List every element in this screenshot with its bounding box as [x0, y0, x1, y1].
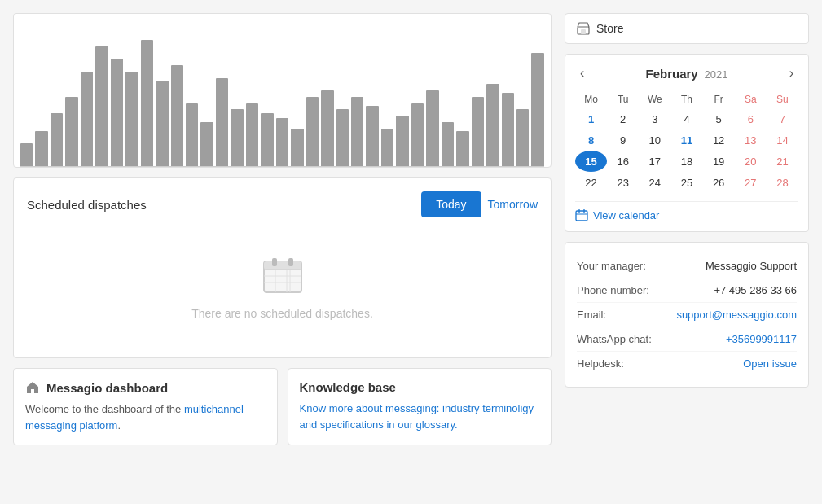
chart-bar	[156, 81, 168, 166]
chart-bar	[306, 97, 319, 166]
chart-bar	[261, 113, 273, 166]
calendar-year: 2021	[705, 68, 728, 81]
chart-bar	[20, 143, 33, 166]
knowledge-card: Knowledge base Know more about messaging…	[288, 368, 552, 445]
support-email-link[interactable]: support@messaggio.com	[676, 309, 797, 321]
chart-card	[13, 13, 552, 168]
calendar-next-button[interactable]: ›	[785, 64, 798, 82]
calendar-day[interactable]: 12	[703, 129, 735, 151]
chart-bar	[111, 59, 123, 166]
calendar-day[interactable]: 8	[575, 129, 607, 151]
today-button[interactable]: Today	[421, 191, 481, 217]
calendar-day[interactable]: 9	[607, 129, 639, 151]
chart-bar	[472, 97, 484, 166]
knowledge-card-title: Knowledge base	[300, 380, 540, 394]
calendar-day[interactable]: 15	[575, 151, 607, 172]
calendar-day[interactable]: 10	[639, 129, 670, 151]
chart-bar	[81, 72, 93, 166]
chart-bar	[95, 46, 108, 166]
chart-bar	[531, 53, 543, 167]
svg-rect-8	[272, 258, 277, 266]
calendar-day[interactable]: 13	[735, 129, 767, 151]
support-label-whatsapp: WhatsApp chat:	[577, 333, 652, 345]
chart-bar	[231, 109, 243, 166]
calendar-day[interactable]: 16	[607, 151, 639, 172]
calendar-week-row: 1234567	[575, 108, 798, 129]
calendar-day[interactable]: 2	[607, 108, 639, 129]
cal-header-tu: Tu	[607, 90, 639, 108]
calendar-day[interactable]: 21	[767, 151, 798, 172]
calendar-day[interactable]: 1	[575, 108, 607, 129]
calendar-week-row: 22232425262728	[575, 172, 798, 193]
calendar-prev-button[interactable]: ‹	[575, 64, 589, 82]
chart-bar	[35, 131, 47, 166]
store-card[interactable]: Store	[565, 13, 809, 44]
calendar-month-year: February 2021	[645, 67, 727, 81]
cal-header-th: Th	[670, 90, 702, 108]
calendar-day[interactable]: 20	[735, 151, 767, 172]
calendar-day[interactable]: 22	[575, 172, 607, 193]
chart-bar	[381, 129, 393, 167]
bar-chart	[20, 37, 544, 167]
calendar-card: ‹ February 2021 › Mo Tu We Th Fr Sa	[565, 54, 809, 232]
chart-bar	[186, 103, 198, 167]
chart-bar	[291, 129, 303, 167]
calendar-day[interactable]: 19	[703, 151, 735, 172]
cal-header-sa: Sa	[735, 90, 767, 108]
chart-bar	[216, 78, 228, 167]
support-row-helpdesk: Helpdesk: Open issue	[577, 352, 797, 375]
calendar-day[interactable]: 26	[703, 172, 735, 193]
support-label-helpdesk: Helpdesk:	[577, 357, 624, 370]
view-calendar-link[interactable]: View calendar	[575, 201, 798, 221]
bottom-cards: Messagio dashboard Welcome to the dashbo…	[13, 368, 552, 445]
chart-bar	[171, 65, 183, 166]
svg-rect-11	[581, 29, 586, 34]
calendar-day[interactable]: 28	[767, 172, 798, 193]
support-row-email: Email: support@messaggio.com	[577, 303, 797, 327]
empty-dispatch-text: There are no scheduled dispatches.	[191, 307, 373, 320]
calendar-day[interactable]: 11	[670, 129, 702, 151]
chart-bar	[51, 113, 63, 166]
chart-bar	[276, 118, 288, 166]
dashboard-text-plain: Welcome to the dashboard of the	[25, 403, 184, 415]
support-row-whatsapp: WhatsApp chat: +35699991117	[577, 327, 797, 352]
home-icon	[25, 380, 40, 395]
calendar-day[interactable]: 14	[767, 129, 798, 151]
calendar-day[interactable]: 24	[639, 172, 670, 193]
calendar-day[interactable]: 7	[767, 108, 798, 129]
calendar-day[interactable]: 25	[670, 172, 702, 193]
calendar-days-header: Mo Tu We Th Fr Sa Su	[575, 90, 798, 108]
calendar-day[interactable]: 17	[639, 151, 670, 172]
calendar-body: 1234567891011121314151617181920212223242…	[575, 108, 798, 193]
svg-rect-9	[288, 258, 293, 266]
calendar-day[interactable]: 27	[735, 172, 767, 193]
support-helpdesk-link[interactable]: Open issue	[743, 357, 797, 370]
store-label: Store	[596, 22, 623, 35]
calendar-day[interactable]: 23	[607, 172, 639, 193]
chart-bar	[321, 90, 333, 166]
support-label-manager: Your manager:	[577, 260, 646, 272]
chart-bar	[396, 116, 408, 166]
calendar-day[interactable]: 3	[639, 108, 670, 129]
calendar-day[interactable]: 5	[703, 108, 735, 129]
empty-calendar-icon	[261, 255, 305, 299]
dashboard-card: Messagio dashboard Welcome to the dashbo…	[13, 368, 278, 445]
calendar-day[interactable]: 4	[670, 108, 702, 129]
calendar-day[interactable]: 6	[735, 108, 767, 129]
svg-rect-1	[264, 261, 301, 270]
chart-bar	[65, 97, 77, 166]
dashboard-card-title: Messagio dashboard	[25, 380, 266, 395]
support-label-email: Email:	[577, 309, 606, 321]
calendar-day[interactable]: 18	[670, 151, 702, 172]
calendar-month: February	[645, 67, 697, 81]
support-whatsapp-link[interactable]: +35699991117	[726, 333, 797, 345]
main-column: Scheduled dispatches Today Tomorrow	[13, 13, 552, 445]
calendar-header: ‹ February 2021 ›	[575, 64, 798, 82]
chart-bar	[411, 103, 424, 167]
knowledge-link[interactable]: Know more about messaging: industry term…	[300, 402, 534, 431]
cal-header-mo: Mo	[575, 90, 607, 108]
view-calendar-text: View calendar	[593, 209, 659, 221]
chart-bar	[141, 40, 153, 166]
tomorrow-button[interactable]: Tomorrow	[488, 198, 538, 211]
chart-bar	[125, 72, 138, 166]
